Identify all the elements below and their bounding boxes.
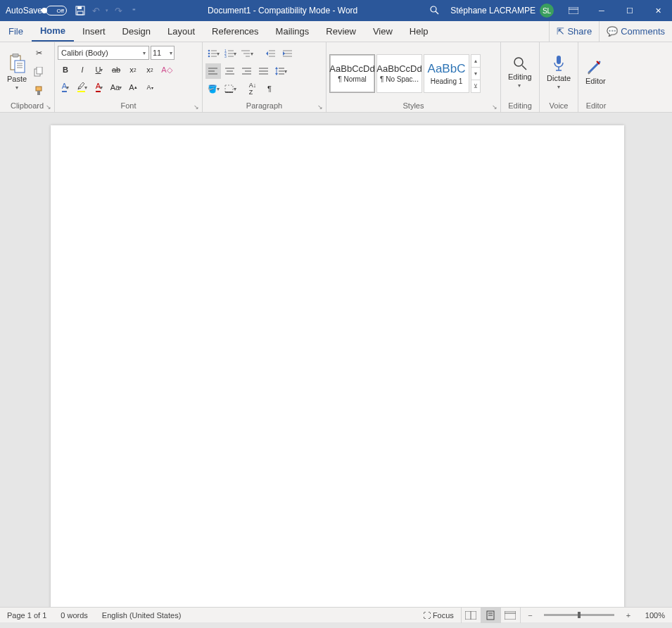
tab-home[interactable]: Home (32, 21, 74, 42)
italic-button[interactable]: I (75, 62, 90, 77)
styles-expand-icon[interactable]: ⊻ (471, 80, 480, 92)
focus-icon: ⛶ (423, 611, 431, 620)
status-page[interactable]: Page 1 of 1 (0, 608, 53, 622)
borders-button[interactable]: ▾ (222, 81, 238, 96)
svg-marker-39 (283, 51, 285, 56)
align-left-button[interactable] (205, 63, 221, 79)
sort-button[interactable]: A↓Z (245, 81, 260, 96)
status-words[interactable]: 0 words (53, 608, 95, 622)
dialog-launcher-icon[interactable]: ↘ (194, 103, 199, 111)
subscript-button[interactable]: x2 (125, 62, 141, 77)
ribbon-display-options-icon[interactable] (559, 0, 588, 21)
save-icon[interactable] (72, 3, 88, 18)
tab-help[interactable]: Help (401, 21, 437, 42)
document-page[interactable] (51, 125, 624, 607)
tab-mailings[interactable]: Mailings (267, 21, 318, 42)
tab-view[interactable]: View (364, 21, 401, 42)
share-button[interactable]: ⇱ Share (549, 21, 599, 42)
svg-text:3: 3 (224, 54, 227, 58)
editing-button[interactable]: Editing ▾ (504, 44, 536, 99)
styles-down-icon[interactable]: ▾ (471, 68, 480, 80)
clear-formatting-button[interactable]: A◇ (159, 62, 175, 77)
bullets-button[interactable]: ▾ (205, 46, 221, 61)
document-title: Document1 - Compatibility Mode - Word (141, 6, 424, 15)
print-layout-button[interactable] (481, 608, 500, 623)
tab-insert[interactable]: Insert (74, 21, 114, 42)
qat-customize[interactable]: ⁼ (126, 3, 141, 18)
font-color-button[interactable]: A▾ (91, 80, 107, 95)
zoom-level[interactable]: 100% (638, 608, 672, 622)
search-icon[interactable] (424, 5, 445, 17)
dialog-launcher-icon[interactable]: ↘ (492, 103, 497, 111)
user-account[interactable]: Stéphane LACRAMPE SL (445, 4, 559, 18)
shading-button[interactable]: 🪣▾ (205, 81, 221, 96)
increase-indent-button[interactable] (280, 46, 296, 61)
cut-button[interactable]: ✂ (31, 45, 46, 61)
svg-point-3 (431, 6, 436, 12)
zoom-thumb[interactable] (578, 612, 581, 618)
align-center-button[interactable] (222, 63, 238, 79)
bold-button[interactable]: B (58, 62, 73, 77)
font-name-combo[interactable]: Calibri (Body)▾ (58, 46, 149, 60)
change-case-button[interactable]: Aa▾ (108, 80, 124, 95)
tab-file[interactable]: File (0, 21, 32, 42)
outdent-icon (266, 49, 276, 58)
redo-button[interactable]: ↷ (110, 3, 126, 18)
bullets-icon (208, 49, 217, 58)
read-mode-button[interactable] (461, 608, 481, 623)
copy-button[interactable] (31, 64, 46, 80)
chevron-down-icon: ▾ (557, 84, 560, 90)
style-heading1[interactable]: AaBbC Heading 1 (424, 54, 469, 93)
autosave-control[interactable]: AutoSave Off (0, 6, 72, 15)
decrease-indent-button[interactable] (263, 46, 279, 61)
tab-review[interactable]: Review (317, 21, 364, 42)
underline-button[interactable]: U▾ (91, 62, 107, 77)
tab-design[interactable]: Design (114, 21, 159, 42)
zoom-out-button[interactable]: − (520, 608, 540, 623)
dialog-launcher-icon[interactable]: ↘ (46, 103, 51, 111)
numbering-button[interactable]: 123▾ (222, 46, 238, 61)
undo-dropdown[interactable]: ▾ (103, 3, 110, 18)
comments-button[interactable]: 💬 Comments (599, 21, 672, 42)
styles-up-icon[interactable]: ▴ (471, 55, 480, 68)
highlight-button[interactable]: 🖊▾ (75, 80, 90, 95)
style-nospacing[interactable]: AaBbCcDd ¶ No Spac... (376, 54, 422, 93)
show-hide-button[interactable]: ¶ (262, 81, 277, 96)
zoom-in-button[interactable]: + (619, 608, 638, 623)
tab-layout[interactable]: Layout (159, 21, 203, 42)
grow-font-button[interactable]: A▴ (125, 80, 141, 95)
shrink-font-button[interactable]: A▾ (142, 80, 158, 95)
line-spacing-button[interactable]: ▾ (273, 63, 289, 79)
superscript-button[interactable]: x2 (142, 62, 158, 77)
group-label-voice: Voice (550, 101, 569, 110)
indent-icon (283, 49, 293, 58)
editor-button[interactable]: Editor (581, 44, 610, 99)
text-effects-button[interactable]: A▾ (58, 80, 73, 95)
undo-button[interactable]: ↶ (88, 3, 103, 18)
scissors-icon: ✂ (36, 49, 42, 58)
justify-button[interactable] (256, 63, 272, 79)
multilevel-list-button[interactable]: ▾ (239, 46, 255, 61)
align-right-button[interactable] (239, 63, 255, 79)
tab-references[interactable]: References (203, 21, 267, 42)
strikethrough-button[interactable]: ab (108, 62, 124, 77)
document-area[interactable] (0, 113, 672, 607)
svg-rect-2 (77, 11, 83, 15)
format-painter-button[interactable] (31, 83, 46, 99)
paste-button[interactable]: Paste ▾ (3, 44, 31, 99)
focus-mode-button[interactable]: ⛶ Focus (416, 608, 461, 622)
dictate-button[interactable]: Dictate ▾ (543, 44, 575, 99)
zoom-slider[interactable] (544, 614, 614, 616)
minimize-icon[interactable]: ─ (588, 0, 616, 21)
dialog-launcher-icon[interactable]: ↘ (317, 103, 323, 111)
maximize-icon[interactable]: ☐ (616, 0, 644, 21)
close-icon[interactable]: ✕ (644, 0, 672, 21)
svg-rect-15 (36, 87, 42, 91)
font-size-combo[interactable]: 11▾ (151, 46, 175, 60)
web-layout-button[interactable] (500, 608, 520, 623)
style-normal[interactable]: AaBbCcDd ¶ Normal (329, 54, 375, 93)
bucket-icon: 🪣 (208, 84, 217, 94)
svg-point-60 (514, 58, 523, 66)
status-language[interactable]: English (United States) (95, 608, 189, 622)
autosave-toggle[interactable]: Off (46, 6, 67, 15)
